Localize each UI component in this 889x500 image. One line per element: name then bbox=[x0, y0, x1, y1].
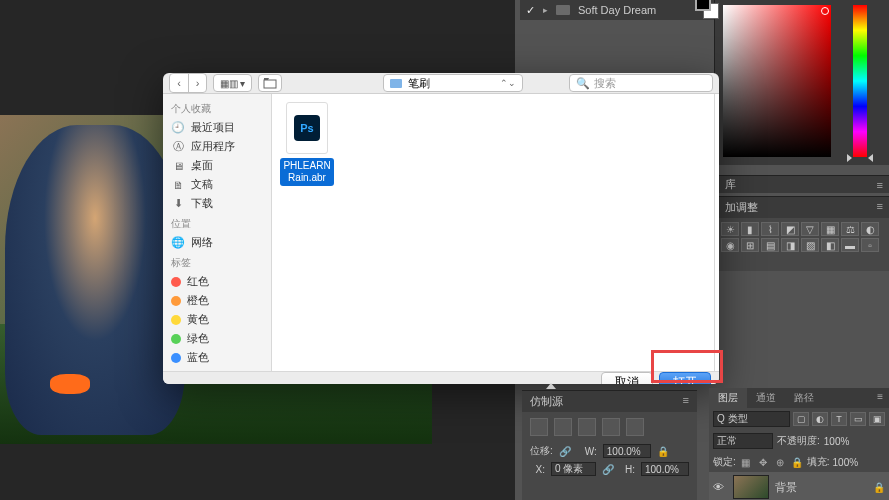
file-name: PHLEARNRain.abr bbox=[280, 158, 334, 186]
document-icon: 🗎 bbox=[171, 179, 185, 191]
sidebar-tag-green[interactable]: 绿色 bbox=[163, 329, 271, 348]
file-item[interactable]: Ps PHLEARNRain.abr bbox=[280, 102, 334, 186]
lock-artboard-icon[interactable]: ⊕ bbox=[773, 456, 787, 468]
link-icon[interactable]: 🔗 bbox=[602, 462, 614, 476]
selective-color-icon[interactable]: ▫ bbox=[861, 238, 879, 252]
tab-channels[interactable]: 通道 bbox=[747, 388, 785, 408]
file-browser-area[interactable]: Ps PHLEARNRain.abr bbox=[272, 94, 715, 371]
panel-menu-icon[interactable]: ≡ bbox=[877, 179, 883, 191]
tab-paths[interactable]: 路径 bbox=[785, 388, 823, 408]
ps-badge-icon: Ps bbox=[294, 115, 320, 141]
locations-header: 位置 bbox=[163, 213, 271, 233]
clone-source-1[interactable] bbox=[530, 418, 548, 436]
layer-thumbnail bbox=[733, 475, 769, 499]
sidebar-item-applications[interactable]: Ⓐ应用程序 bbox=[163, 137, 271, 156]
posterize-icon[interactable]: ▨ bbox=[801, 238, 819, 252]
layer-group-name: Soft Day Dream bbox=[578, 4, 656, 16]
gradient-map-icon[interactable]: ▬ bbox=[841, 238, 859, 252]
dialog-sidebar: 个人收藏 🕘最近项目 Ⓐ应用程序 🖥桌面 🗎文稿 ⬇下载 位置 🌐网络 标签 红… bbox=[163, 94, 272, 371]
panel-title: 库 bbox=[725, 177, 736, 192]
clone-source-2[interactable] bbox=[554, 418, 572, 436]
link-icon[interactable]: 🔗 bbox=[559, 444, 571, 458]
sidebar-item-recents[interactable]: 🕘最近项目 bbox=[163, 118, 271, 137]
visibility-check-icon[interactable]: ✓ bbox=[526, 4, 535, 17]
tags-header: 标签 bbox=[163, 252, 271, 272]
dot-icon bbox=[171, 315, 181, 325]
color-balance-icon[interactable]: ⚖ bbox=[841, 222, 859, 236]
levels-icon[interactable]: ▮ bbox=[741, 222, 759, 236]
sidebar-tag-orange[interactable]: 橙色 bbox=[163, 291, 271, 310]
back-button[interactable]: ‹ bbox=[170, 74, 188, 92]
brightness-icon[interactable]: ☀ bbox=[721, 222, 739, 236]
folder-icon bbox=[556, 5, 570, 15]
app-icon: Ⓐ bbox=[171, 141, 185, 153]
photo-filter-icon[interactable]: ◉ bbox=[721, 238, 739, 252]
lock-position-icon[interactable]: ✥ bbox=[756, 456, 770, 468]
fill-label: 填充: bbox=[807, 455, 830, 469]
clone-source-header: 仿制源 bbox=[530, 394, 563, 409]
layer-row[interactable]: 👁 背景 🔒 bbox=[709, 472, 889, 500]
bw-icon[interactable]: ◐ bbox=[861, 222, 879, 236]
filter-image-icon[interactable]: ▢ bbox=[793, 412, 809, 426]
fill-value[interactable]: 100% bbox=[833, 457, 859, 468]
sidebar-item-documents[interactable]: 🗎文稿 bbox=[163, 175, 271, 194]
clone-source-4[interactable] bbox=[602, 418, 620, 436]
exposure-icon[interactable]: ◩ bbox=[781, 222, 799, 236]
view-mode-button[interactable]: ▦▥▾ bbox=[213, 74, 252, 92]
sidebar-tag-red[interactable]: 红色 bbox=[163, 272, 271, 291]
folder-dropdown[interactable]: 笔刷 ⌃⌄ bbox=[383, 74, 523, 92]
filter-type-select[interactable]: Q 类型 bbox=[713, 411, 790, 427]
dot-icon bbox=[171, 334, 181, 344]
cancel-button[interactable]: 取消 bbox=[601, 372, 653, 384]
dot-icon bbox=[171, 277, 181, 287]
clone-source-3[interactable] bbox=[578, 418, 596, 436]
network-icon: 🌐 bbox=[171, 237, 185, 249]
group-button[interactable] bbox=[258, 74, 282, 92]
lock-pixels-icon[interactable]: ▦ bbox=[739, 456, 753, 468]
lock-icon[interactable]: 🔒 bbox=[657, 444, 669, 458]
sidebar-item-network[interactable]: 🌐网络 bbox=[163, 233, 271, 252]
dot-icon bbox=[171, 353, 181, 363]
hue-sat-icon[interactable]: ▦ bbox=[821, 222, 839, 236]
filter-adjust-icon[interactable]: ◐ bbox=[812, 412, 828, 426]
sidebar-tag-yellow[interactable]: 黄色 bbox=[163, 310, 271, 329]
sidebar-item-downloads[interactable]: ⬇下载 bbox=[163, 194, 271, 213]
tab-layers[interactable]: 图层 bbox=[709, 388, 747, 408]
color-field[interactable] bbox=[723, 5, 831, 157]
visibility-eye-icon[interactable]: 👁 bbox=[713, 481, 727, 493]
x-input[interactable] bbox=[551, 462, 596, 476]
blend-mode-select[interactable]: 正常 bbox=[713, 433, 773, 449]
folder-icon bbox=[390, 79, 402, 88]
opacity-value[interactable]: 100% bbox=[824, 436, 850, 447]
lock-all-icon[interactable]: 🔒 bbox=[790, 456, 804, 468]
curves-icon[interactable]: ⌇ bbox=[761, 222, 779, 236]
panel-menu-icon[interactable]: ≡ bbox=[877, 200, 883, 215]
foreground-color-swatch[interactable] bbox=[695, 0, 711, 11]
dot-icon bbox=[171, 296, 181, 306]
download-icon: ⬇ bbox=[171, 198, 185, 210]
filter-smart-icon[interactable]: ▣ bbox=[869, 412, 885, 426]
vibrance-icon[interactable]: ▽ bbox=[801, 222, 819, 236]
h-input[interactable] bbox=[641, 462, 689, 476]
chevron-right-icon[interactable]: ▸ bbox=[543, 5, 548, 15]
libraries-panel-collapsed[interactable]: 库 ≡ bbox=[719, 175, 889, 193]
search-input[interactable]: 🔍 搜索 bbox=[569, 74, 713, 92]
hue-slider[interactable] bbox=[853, 5, 867, 157]
filter-type-icon[interactable]: T bbox=[831, 412, 847, 426]
color-lookup-icon[interactable]: ▤ bbox=[761, 238, 779, 252]
w-input[interactable] bbox=[603, 444, 651, 458]
sidebar-item-desktop[interactable]: 🖥桌面 bbox=[163, 156, 271, 175]
layers-panel: 图层 通道 路径 ≡ Q 类型 ▢ ◐ T ▭ ▣ 正常 不透明度: 100% … bbox=[709, 388, 889, 500]
open-button[interactable]: 打开 bbox=[659, 372, 711, 384]
panel-menu-icon[interactable]: ≡ bbox=[683, 394, 689, 409]
threshold-icon[interactable]: ◧ bbox=[821, 238, 839, 252]
filter-shape-icon[interactable]: ▭ bbox=[850, 412, 866, 426]
panel-menu-icon[interactable]: ≡ bbox=[871, 388, 889, 408]
forward-button[interactable]: › bbox=[188, 74, 206, 92]
sidebar-tag-blue[interactable]: 蓝色 bbox=[163, 348, 271, 367]
desktop-icon: 🖥 bbox=[171, 160, 185, 172]
channel-mixer-icon[interactable]: ⊞ bbox=[741, 238, 759, 252]
lock-icon[interactable]: 🔒 bbox=[873, 482, 885, 493]
invert-icon[interactable]: ◨ bbox=[781, 238, 799, 252]
clone-source-5[interactable] bbox=[626, 418, 644, 436]
